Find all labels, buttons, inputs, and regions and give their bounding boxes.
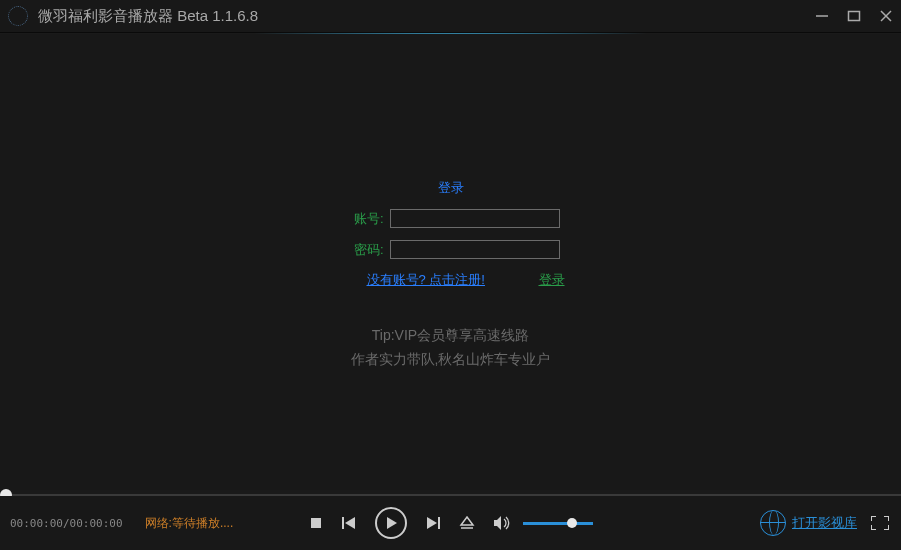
username-label: 账号: xyxy=(342,210,384,228)
maximize-button[interactable] xyxy=(847,9,861,23)
tip-line-1: Tip:VIP会员尊享高速线路 xyxy=(321,327,581,345)
login-panel: 登录 账号: 密码: 没有账号? 点击注册! 登录 Tip:VIP会员尊享高速线… xyxy=(321,179,581,369)
volume-icon[interactable] xyxy=(493,515,511,531)
svg-marker-10 xyxy=(461,517,473,525)
open-library-label: 打开影视库 xyxy=(792,514,857,532)
play-button[interactable] xyxy=(375,507,407,539)
content-area: 登录 账号: 密码: 没有账号? 点击注册! 登录 Tip:VIP会员尊享高速线… xyxy=(0,34,901,490)
login-links: 没有账号? 点击注册! 登录 xyxy=(321,271,581,289)
svg-marker-8 xyxy=(427,517,437,529)
svg-marker-6 xyxy=(345,517,355,529)
time-display: 00:00:00/00:00:00 xyxy=(10,517,123,530)
svg-rect-9 xyxy=(438,517,440,529)
close-button[interactable] xyxy=(879,9,893,23)
fullscreen-button[interactable] xyxy=(871,516,889,530)
tip-line-2: 作者实力带队,秋名山炸车专业户 xyxy=(321,351,581,369)
username-input[interactable] xyxy=(390,209,560,228)
player-controls xyxy=(309,507,593,539)
login-button[interactable]: 登录 xyxy=(539,271,565,289)
username-row: 账号: xyxy=(321,209,581,228)
next-button[interactable] xyxy=(425,516,441,530)
globe-icon xyxy=(760,510,786,536)
stop-button[interactable] xyxy=(309,516,323,530)
svg-rect-5 xyxy=(342,517,344,529)
eject-button[interactable] xyxy=(459,516,475,530)
password-input[interactable] xyxy=(390,240,560,259)
minimize-button[interactable] xyxy=(815,9,829,23)
network-status: 网络:等待播放.... xyxy=(145,515,234,532)
titlebar: 微羽福利影音播放器 Beta 1.1.6.8 xyxy=(0,0,901,33)
password-label: 密码: xyxy=(342,241,384,259)
previous-button[interactable] xyxy=(341,516,357,530)
login-title: 登录 xyxy=(321,179,581,197)
right-controls: 打开影视库 xyxy=(760,510,889,536)
open-library-link[interactable]: 打开影视库 xyxy=(760,510,857,536)
svg-marker-7 xyxy=(387,517,397,529)
svg-rect-1 xyxy=(849,12,860,21)
tip-block: Tip:VIP会员尊享高速线路 作者实力带队,秋名山炸车专业户 xyxy=(321,327,581,369)
app-icon xyxy=(8,6,28,26)
app-title: 微羽福利影音播放器 Beta 1.1.6.8 xyxy=(38,7,258,26)
volume-slider[interactable] xyxy=(523,522,593,525)
password-row: 密码: xyxy=(321,240,581,259)
bottom-bar: 00:00:00/00:00:00 网络:等待播放.... 打开影视库 xyxy=(0,496,901,550)
window-controls xyxy=(815,9,893,23)
register-link[interactable]: 没有账号? 点击注册! xyxy=(367,271,485,289)
svg-rect-4 xyxy=(311,518,321,528)
svg-marker-12 xyxy=(494,516,501,530)
